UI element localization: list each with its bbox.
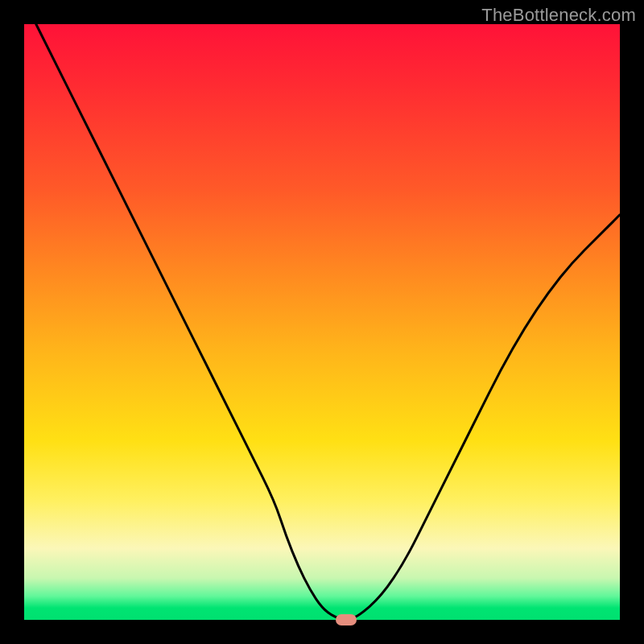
curve-path [36, 24, 620, 619]
optimal-marker [336, 614, 357, 625]
chart-frame: TheBottleneck.com [0, 0, 644, 644]
watermark-text: TheBottleneck.com [481, 5, 636, 26]
plot-area [24, 24, 620, 620]
bottleneck-curve [24, 24, 620, 620]
